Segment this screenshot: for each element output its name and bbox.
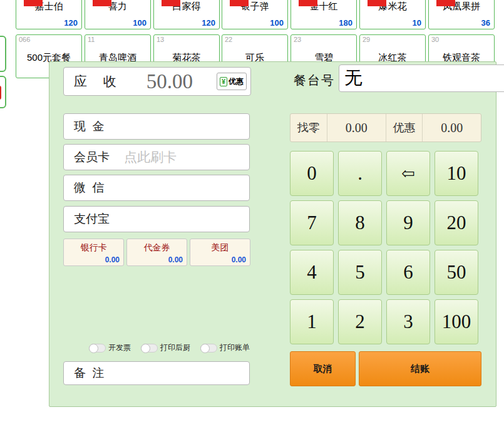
voucher-button[interactable]: 代金券 0.00 <box>126 239 187 266</box>
change-discount-bar: 找零 0.00 优惠 0.00 <box>290 113 481 142</box>
bank-card-label: 银行卡 <box>64 242 123 254</box>
note-field-row: 备 注 <box>63 361 250 385</box>
change-label: 找零 <box>291 120 327 135</box>
cash-field-row: 现 金 <box>63 113 250 140</box>
wechat-input[interactable] <box>124 177 249 199</box>
note-label: 备 注 <box>64 365 124 381</box>
product-code: 22 <box>225 36 232 43</box>
member-card-field-row: 会员卡 <box>63 144 250 170</box>
category-tab-strip <box>299 0 317 6</box>
key-0[interactable]: 0 <box>290 151 334 196</box>
print-bill-toggle[interactable]: 打印账单 <box>200 342 250 353</box>
pos-screen: 嘉士伯 120 喜力 100 白家得 120 银子弹 100 金十红 180 爆… <box>0 0 504 427</box>
print-options-row: 开发票 打印后厨 打印账单 <box>63 342 250 353</box>
category-tab-strip <box>230 0 249 6</box>
meituan-value: 0.00 <box>232 255 246 264</box>
change-value: 0.00 <box>327 121 386 135</box>
toggle-switch-icon <box>141 344 158 352</box>
voucher-value: 0.00 <box>168 255 183 264</box>
key-4[interactable]: 4 <box>290 250 334 295</box>
alipay-input[interactable] <box>124 208 249 230</box>
discount-button[interactable]: ¥ 优惠 <box>217 73 247 90</box>
key-20[interactable]: 20 <box>435 200 478 245</box>
member-card-label: 会员卡 <box>64 149 124 165</box>
print-kitchen-toggle-label: 打印后厨 <box>160 342 190 353</box>
key-8[interactable]: 8 <box>338 200 382 245</box>
key-10[interactable]: 10 <box>435 151 478 196</box>
alipay-field-row: 支付宝 <box>63 206 250 232</box>
product-price: 100 <box>133 18 147 28</box>
key-100[interactable]: 100 <box>435 299 478 344</box>
checkout-button[interactable]: 结账 <box>359 351 481 386</box>
cancel-button[interactable]: 取消 <box>290 351 356 386</box>
table-number-input[interactable] <box>339 65 504 91</box>
key-6[interactable]: 6 <box>386 250 430 295</box>
bank-card-button[interactable]: 银行卡 0.00 <box>63 239 124 266</box>
key-backspace[interactable]: ⇦ <box>386 151 430 196</box>
product-code: 30 <box>431 36 439 43</box>
product-price: 36 <box>481 18 490 28</box>
table-number-label: 餐台号 <box>294 72 335 89</box>
amount-due-box: 应 收 50.00 ¥ 优惠 <box>63 67 251 96</box>
category-tab-strip <box>436 0 455 6</box>
member-card-input[interactable] <box>124 146 249 168</box>
amount-due-value: 50.00 <box>123 70 217 93</box>
cash-label: 现 金 <box>64 118 124 135</box>
product-price: 120 <box>202 18 215 28</box>
discount-value: 0.00 <box>423 121 481 135</box>
key-1[interactable]: 1 <box>290 299 334 344</box>
toggle-switch-icon <box>89 344 106 352</box>
alipay-label: 支付宝 <box>64 211 124 227</box>
product-code: 23 <box>294 36 301 43</box>
amount-due-label: 应 收 <box>74 73 123 90</box>
side-tab-red-mark <box>0 86 1 100</box>
print-bill-toggle-label: 打印账单 <box>220 342 250 353</box>
product-price: 10 <box>413 18 421 28</box>
category-tab-strip <box>93 0 111 6</box>
product-code: 29 <box>363 36 370 43</box>
product-price: 120 <box>64 18 78 28</box>
side-category-tab[interactable] <box>0 36 6 72</box>
key-9[interactable]: 9 <box>386 200 430 245</box>
meituan-label: 美团 <box>190 242 250 254</box>
category-tab-strip <box>368 0 386 6</box>
note-input[interactable] <box>124 363 249 383</box>
discount-button-label: 优惠 <box>229 76 244 87</box>
toggle-switch-icon <box>200 344 217 352</box>
print-kitchen-toggle[interactable]: 打印后厨 <box>141 342 190 353</box>
category-tab-strip <box>24 0 43 6</box>
product-price: 100 <box>270 18 284 28</box>
invoice-toggle[interactable]: 开发票 <box>89 342 131 353</box>
key-3[interactable]: 3 <box>386 299 430 344</box>
discount-label: 优惠 <box>386 120 423 135</box>
key-2[interactable]: 2 <box>338 299 382 344</box>
yuan-icon: ¥ <box>220 77 227 86</box>
product-code: 13 <box>157 36 164 43</box>
key-5[interactable]: 5 <box>338 250 382 295</box>
wechat-label: 微 信 <box>64 180 124 196</box>
key-50[interactable]: 50 <box>435 250 478 295</box>
side-category-tab[interactable] <box>0 76 6 108</box>
wechat-field-row: 微 信 <box>63 175 250 201</box>
key-dot[interactable]: . <box>338 151 382 196</box>
product-code: 11 <box>88 36 95 43</box>
key-7[interactable]: 7 <box>290 200 334 245</box>
invoice-toggle-label: 开发票 <box>108 342 131 353</box>
category-tab-strip <box>162 0 180 6</box>
bank-card-value: 0.00 <box>105 255 120 264</box>
table-number-box <box>339 64 504 92</box>
product-code: 066 <box>19 36 30 43</box>
voucher-label: 代金券 <box>127 242 187 254</box>
checkout-dialog: 应 收 50.00 ¥ 优惠 餐台号 现 金 会员卡 微 信 支付宝 <box>49 61 496 407</box>
product-price: 180 <box>339 18 352 28</box>
cash-input[interactable] <box>124 115 249 138</box>
meituan-button[interactable]: 美团 0.00 <box>190 239 250 266</box>
